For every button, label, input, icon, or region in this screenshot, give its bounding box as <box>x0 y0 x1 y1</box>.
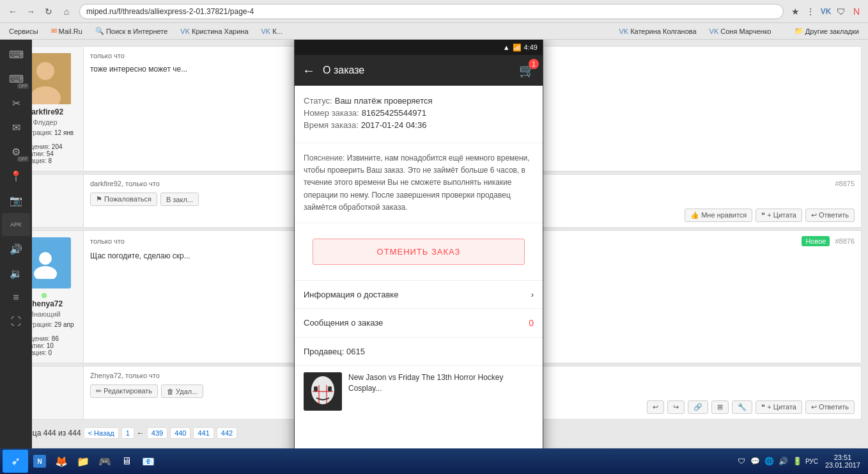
android-status-bar: ▲ 📶 4:49 <box>295 40 543 55</box>
taskbar-app-explorer[interactable]: 📁 <box>73 451 93 471</box>
settings-icon[interactable]: ⚙ OFF <box>2 140 30 163</box>
redo-icon[interactable]: ↪ <box>667 400 685 414</box>
ellipsis: ← <box>137 429 144 438</box>
nox-icon: N <box>33 455 46 468</box>
messages-label: Сообщения о заказе <box>304 318 383 328</box>
vk-icon[interactable]: VK <box>819 5 832 18</box>
android-app-content: Статус: Ваш платёж проверяется Номер зак… <box>295 86 543 457</box>
back-button[interactable]: ← <box>5 4 20 19</box>
folder-icon: 📁 <box>794 27 803 35</box>
delete-button[interactable]: 🗑 Удал... <box>161 384 203 398</box>
tools-icon[interactable]: 🔧 <box>732 400 752 414</box>
product-row: New Jason vs Friday The 13th Horror Hock… <box>295 366 543 417</box>
bookmark-button[interactable]: В закл... <box>160 193 199 206</box>
nav-buttons: ← → ↻ ⌂ <box>5 4 74 19</box>
reply-button[interactable]: ↩ Ответить <box>805 209 855 222</box>
post-time: только что <box>90 52 125 59</box>
bookmark-mailru[interactable]: ✉ Mail.Ru <box>47 26 86 36</box>
taskbar-clock: 23:51 23.01.2017 <box>820 454 865 469</box>
start-button[interactable]: ➶ <box>3 450 28 473</box>
messages-section[interactable]: Сообщения о заказе 0 <box>295 309 543 338</box>
volume-up-icon[interactable]: 🔊 <box>2 237 30 260</box>
prev-link[interactable]: < Назад <box>84 427 119 439</box>
edit-button[interactable]: ✏ Редактировать <box>90 384 158 398</box>
nox-icon[interactable]: N <box>850 5 863 18</box>
shield-tray-icon[interactable]: 🛡 <box>736 455 747 467</box>
volume-down-icon[interactable]: 🔉 <box>2 262 30 285</box>
link-icon[interactable]: 🔗 <box>688 400 708 414</box>
bookmark-more[interactable]: 📁 Другие закладки <box>791 26 863 36</box>
bookmark-k[interactable]: VK К... <box>258 26 286 36</box>
shield-icon[interactable]: 🛡 <box>835 5 848 18</box>
bookmark-servisy[interactable]: Сервисы <box>5 26 42 36</box>
insert-icon[interactable]: ⊞ <box>711 400 729 414</box>
vk-icon: VK <box>180 28 190 35</box>
reply-button-2[interactable]: ↩ Ответить <box>805 400 855 414</box>
forward-button[interactable]: → <box>23 4 38 19</box>
time-row: Время заказа: 2017-01-24 04:36 <box>304 120 534 130</box>
page-1-link[interactable]: 1 <box>121 427 134 439</box>
taskbar-app-nox[interactable]: N <box>29 451 50 471</box>
bookmark-kristina[interactable]: VK Кристина Харина <box>176 26 252 36</box>
complain-button[interactable]: ⚑ Пожаловаться <box>90 193 157 206</box>
keyboard-icon[interactable]: ⌨ <box>2 43 30 66</box>
messages-count-badge: 0 <box>529 318 534 328</box>
android-overlay: ▲ 📶 4:49 ← О заказе 🛒 1 Стату <box>294 40 543 474</box>
like-button[interactable]: 👍 Мне нравится <box>685 209 752 222</box>
page-439-link[interactable]: 439 <box>147 427 167 439</box>
bookmark-label: Соня Марченко <box>720 28 771 35</box>
app-title: О заказе <box>323 65 511 76</box>
number-label: Номер заказа: <box>304 108 359 118</box>
network-icon[interactable]: 🌐 <box>764 455 775 467</box>
quote-button-2[interactable]: ❝ + Цитата <box>756 400 802 414</box>
chat-icon[interactable]: 💬 <box>750 455 761 467</box>
bookmark-label: Сервисы <box>9 28 38 35</box>
email-icon[interactable]: ✉ <box>2 116 30 139</box>
bookmark-katerina[interactable]: VK Катерина Колганова <box>615 26 700 36</box>
fullscreen-icon[interactable]: ⛶ <box>2 310 30 333</box>
page-440-link[interactable]: 440 <box>170 427 190 439</box>
address-bar[interactable]: miped.ru/f/threads/alliexpress-2-01.3782… <box>79 4 784 19</box>
battery-icon[interactable]: 🔋 <box>792 455 803 467</box>
status-row: Статус: Ваш платёж проверяется <box>304 96 534 106</box>
menu-icon[interactable]: ≡ <box>2 286 30 309</box>
keyboard-off-icon[interactable]: ⌨ OFF <box>2 67 30 90</box>
apk-icon[interactable]: APK <box>2 213 30 236</box>
speaker-icon[interactable]: 🔊 <box>778 455 789 467</box>
page-442-link[interactable]: 442 <box>217 427 237 439</box>
delivery-section[interactable]: Информация о доставке › <box>295 281 543 309</box>
wifi-signal: 📶 <box>513 43 522 52</box>
keyboard-lang[interactable]: РУС <box>806 455 818 467</box>
status-icons: ▲ 📶 4:49 <box>503 43 538 52</box>
wifi-icon: ▲ <box>503 43 510 51</box>
product-image-svg <box>304 372 342 411</box>
taskbar-app-monitor[interactable]: 🖥 <box>116 451 137 471</box>
undo-icon[interactable]: ↩ <box>647 400 664 414</box>
taskbar-app-firefox[interactable]: 🦊 <box>51 451 72 471</box>
cart-icon[interactable]: 🛒 1 <box>519 63 535 78</box>
post-time: darkfire92, только что <box>90 180 160 187</box>
bookmark-sonya[interactable]: VK Соня Марченко <box>706 26 775 36</box>
status-label: Статус: <box>304 96 332 106</box>
page-441-link[interactable]: 441 <box>193 427 213 439</box>
clock-date: 23.01.2017 <box>825 461 860 469</box>
explorer-icon: 📁 <box>77 455 89 468</box>
menu-dots-icon[interactable]: ⋮ <box>804 5 817 18</box>
scissors-icon[interactable]: ✂ <box>2 91 30 115</box>
number-value: 81625425544971 <box>362 108 426 118</box>
explanation-section: Пояснение: Извините, нам понадобится ещё… <box>295 143 543 223</box>
location-icon[interactable]: 📍 <box>2 164 30 187</box>
bookmark-star-icon[interactable]: ★ <box>789 5 802 18</box>
status-value: Ваш платёж проверяется <box>335 96 433 106</box>
back-button[interactable]: ← <box>302 63 315 78</box>
reload-button[interactable]: ↻ <box>41 4 56 19</box>
taskbar-app-email[interactable]: 📧 <box>138 451 159 471</box>
bookmark-search[interactable]: 🔍 Поиск в Интернете <box>91 26 171 36</box>
taskbar-right: 🛡 💬 🌐 🔊 🔋 РУС 23:51 23.01.2017 <box>736 454 865 469</box>
camera-icon[interactable]: 📷 <box>2 189 30 212</box>
cancel-order-button[interactable]: ОТМЕНИТЬ ЗАКАЗ <box>313 239 525 265</box>
quote-button[interactable]: ❝ + Цитата <box>756 209 802 222</box>
home-button[interactable]: ⌂ <box>59 4 74 19</box>
taskbar-app-game[interactable]: 🎮 <box>95 451 115 471</box>
post-time: Zhenya72, только что <box>90 372 160 379</box>
